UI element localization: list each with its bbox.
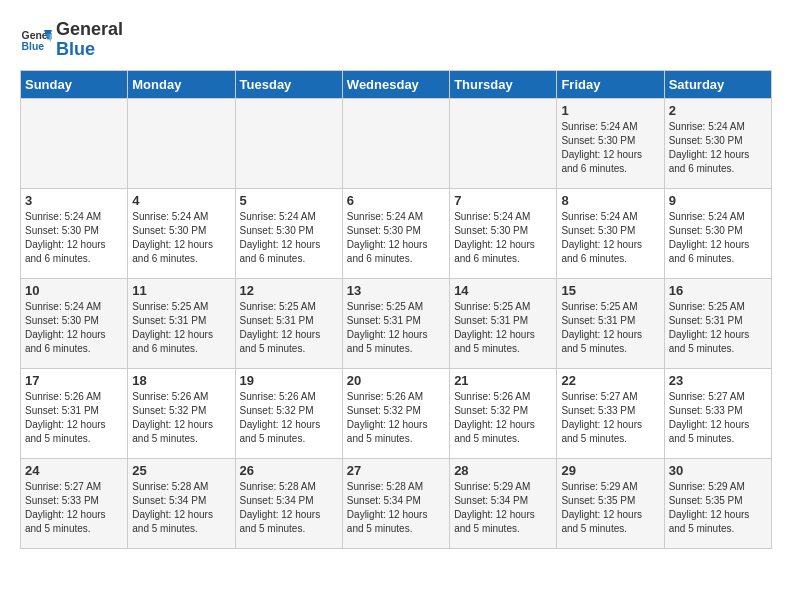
calendar-cell: 1Sunrise: 5:24 AM Sunset: 5:30 PM Daylig… (557, 98, 664, 188)
calendar-cell (21, 98, 128, 188)
calendar-week-row: 17Sunrise: 5:26 AM Sunset: 5:31 PM Dayli… (21, 368, 772, 458)
calendar-cell (235, 98, 342, 188)
day-info: Sunrise: 5:26 AM Sunset: 5:32 PM Dayligh… (240, 390, 338, 446)
svg-text:Blue: Blue (22, 41, 45, 52)
calendar-week-row: 3Sunrise: 5:24 AM Sunset: 5:30 PM Daylig… (21, 188, 772, 278)
calendar-cell: 7Sunrise: 5:24 AM Sunset: 5:30 PM Daylig… (450, 188, 557, 278)
calendar-cell: 25Sunrise: 5:28 AM Sunset: 5:34 PM Dayli… (128, 458, 235, 548)
day-number: 4 (132, 193, 230, 208)
calendar-cell: 4Sunrise: 5:24 AM Sunset: 5:30 PM Daylig… (128, 188, 235, 278)
day-info: Sunrise: 5:24 AM Sunset: 5:30 PM Dayligh… (454, 210, 552, 266)
day-number: 1 (561, 103, 659, 118)
day-number: 29 (561, 463, 659, 478)
calendar-week-row: 1Sunrise: 5:24 AM Sunset: 5:30 PM Daylig… (21, 98, 772, 188)
day-number: 2 (669, 103, 767, 118)
calendar-cell: 13Sunrise: 5:25 AM Sunset: 5:31 PM Dayli… (342, 278, 449, 368)
calendar-cell: 5Sunrise: 5:24 AM Sunset: 5:30 PM Daylig… (235, 188, 342, 278)
calendar-cell: 9Sunrise: 5:24 AM Sunset: 5:30 PM Daylig… (664, 188, 771, 278)
calendar-cell: 3Sunrise: 5:24 AM Sunset: 5:30 PM Daylig… (21, 188, 128, 278)
day-info: Sunrise: 5:29 AM Sunset: 5:35 PM Dayligh… (669, 480, 767, 536)
calendar-cell: 6Sunrise: 5:24 AM Sunset: 5:30 PM Daylig… (342, 188, 449, 278)
day-info: Sunrise: 5:24 AM Sunset: 5:30 PM Dayligh… (561, 210, 659, 266)
day-of-week-header: Sunday (21, 70, 128, 98)
calendar-cell: 17Sunrise: 5:26 AM Sunset: 5:31 PM Dayli… (21, 368, 128, 458)
day-number: 22 (561, 373, 659, 388)
calendar-cell: 27Sunrise: 5:28 AM Sunset: 5:34 PM Dayli… (342, 458, 449, 548)
day-info: Sunrise: 5:28 AM Sunset: 5:34 PM Dayligh… (240, 480, 338, 536)
logo: General Blue General Blue (20, 20, 123, 60)
day-number: 10 (25, 283, 123, 298)
day-info: Sunrise: 5:29 AM Sunset: 5:35 PM Dayligh… (561, 480, 659, 536)
day-number: 21 (454, 373, 552, 388)
day-number: 11 (132, 283, 230, 298)
calendar-cell: 12Sunrise: 5:25 AM Sunset: 5:31 PM Dayli… (235, 278, 342, 368)
calendar-cell: 30Sunrise: 5:29 AM Sunset: 5:35 PM Dayli… (664, 458, 771, 548)
day-info: Sunrise: 5:24 AM Sunset: 5:30 PM Dayligh… (25, 300, 123, 356)
day-info: Sunrise: 5:24 AM Sunset: 5:30 PM Dayligh… (240, 210, 338, 266)
calendar-cell: 11Sunrise: 5:25 AM Sunset: 5:31 PM Dayli… (128, 278, 235, 368)
day-number: 27 (347, 463, 445, 478)
day-number: 3 (25, 193, 123, 208)
day-info: Sunrise: 5:27 AM Sunset: 5:33 PM Dayligh… (561, 390, 659, 446)
calendar-cell: 10Sunrise: 5:24 AM Sunset: 5:30 PM Dayli… (21, 278, 128, 368)
calendar-body: 1Sunrise: 5:24 AM Sunset: 5:30 PM Daylig… (21, 98, 772, 548)
day-number: 25 (132, 463, 230, 478)
day-info: Sunrise: 5:26 AM Sunset: 5:32 PM Dayligh… (132, 390, 230, 446)
day-number: 12 (240, 283, 338, 298)
day-number: 13 (347, 283, 445, 298)
day-number: 30 (669, 463, 767, 478)
day-info: Sunrise: 5:25 AM Sunset: 5:31 PM Dayligh… (240, 300, 338, 356)
day-number: 19 (240, 373, 338, 388)
calendar-cell (342, 98, 449, 188)
day-info: Sunrise: 5:29 AM Sunset: 5:34 PM Dayligh… (454, 480, 552, 536)
day-of-week-header: Saturday (664, 70, 771, 98)
day-info: Sunrise: 5:26 AM Sunset: 5:32 PM Dayligh… (347, 390, 445, 446)
day-number: 17 (25, 373, 123, 388)
calendar-cell: 24Sunrise: 5:27 AM Sunset: 5:33 PM Dayli… (21, 458, 128, 548)
calendar-cell (128, 98, 235, 188)
calendar-cell: 18Sunrise: 5:26 AM Sunset: 5:32 PM Dayli… (128, 368, 235, 458)
day-info: Sunrise: 5:27 AM Sunset: 5:33 PM Dayligh… (25, 480, 123, 536)
day-info: Sunrise: 5:24 AM Sunset: 5:30 PM Dayligh… (669, 120, 767, 176)
day-number: 7 (454, 193, 552, 208)
day-info: Sunrise: 5:24 AM Sunset: 5:30 PM Dayligh… (561, 120, 659, 176)
logo-text: General Blue (56, 20, 123, 60)
day-info: Sunrise: 5:25 AM Sunset: 5:31 PM Dayligh… (132, 300, 230, 356)
calendar-cell: 2Sunrise: 5:24 AM Sunset: 5:30 PM Daylig… (664, 98, 771, 188)
day-number: 16 (669, 283, 767, 298)
logo-icon: General Blue (20, 26, 52, 54)
day-number: 9 (669, 193, 767, 208)
day-of-week-header: Friday (557, 70, 664, 98)
calendar-header-row: SundayMondayTuesdayWednesdayThursdayFrid… (21, 70, 772, 98)
day-info: Sunrise: 5:25 AM Sunset: 5:31 PM Dayligh… (561, 300, 659, 356)
day-number: 8 (561, 193, 659, 208)
day-of-week-header: Wednesday (342, 70, 449, 98)
day-number: 24 (25, 463, 123, 478)
calendar-cell (450, 98, 557, 188)
day-of-week-header: Tuesday (235, 70, 342, 98)
day-info: Sunrise: 5:24 AM Sunset: 5:30 PM Dayligh… (132, 210, 230, 266)
day-info: Sunrise: 5:28 AM Sunset: 5:34 PM Dayligh… (347, 480, 445, 536)
day-number: 6 (347, 193, 445, 208)
day-number: 26 (240, 463, 338, 478)
calendar-cell: 19Sunrise: 5:26 AM Sunset: 5:32 PM Dayli… (235, 368, 342, 458)
day-number: 23 (669, 373, 767, 388)
day-info: Sunrise: 5:24 AM Sunset: 5:30 PM Dayligh… (25, 210, 123, 266)
calendar-cell: 23Sunrise: 5:27 AM Sunset: 5:33 PM Dayli… (664, 368, 771, 458)
calendar-cell: 21Sunrise: 5:26 AM Sunset: 5:32 PM Dayli… (450, 368, 557, 458)
day-info: Sunrise: 5:26 AM Sunset: 5:32 PM Dayligh… (454, 390, 552, 446)
calendar-week-row: 10Sunrise: 5:24 AM Sunset: 5:30 PM Dayli… (21, 278, 772, 368)
calendar-week-row: 24Sunrise: 5:27 AM Sunset: 5:33 PM Dayli… (21, 458, 772, 548)
day-info: Sunrise: 5:24 AM Sunset: 5:30 PM Dayligh… (347, 210, 445, 266)
calendar-cell: 28Sunrise: 5:29 AM Sunset: 5:34 PM Dayli… (450, 458, 557, 548)
calendar-cell: 26Sunrise: 5:28 AM Sunset: 5:34 PM Dayli… (235, 458, 342, 548)
day-info: Sunrise: 5:25 AM Sunset: 5:31 PM Dayligh… (669, 300, 767, 356)
day-info: Sunrise: 5:25 AM Sunset: 5:31 PM Dayligh… (454, 300, 552, 356)
day-info: Sunrise: 5:24 AM Sunset: 5:30 PM Dayligh… (669, 210, 767, 266)
calendar-cell: 20Sunrise: 5:26 AM Sunset: 5:32 PM Dayli… (342, 368, 449, 458)
day-number: 15 (561, 283, 659, 298)
calendar-cell: 22Sunrise: 5:27 AM Sunset: 5:33 PM Dayli… (557, 368, 664, 458)
calendar-cell: 15Sunrise: 5:25 AM Sunset: 5:31 PM Dayli… (557, 278, 664, 368)
page-header: General Blue General Blue (20, 20, 772, 60)
day-info: Sunrise: 5:27 AM Sunset: 5:33 PM Dayligh… (669, 390, 767, 446)
